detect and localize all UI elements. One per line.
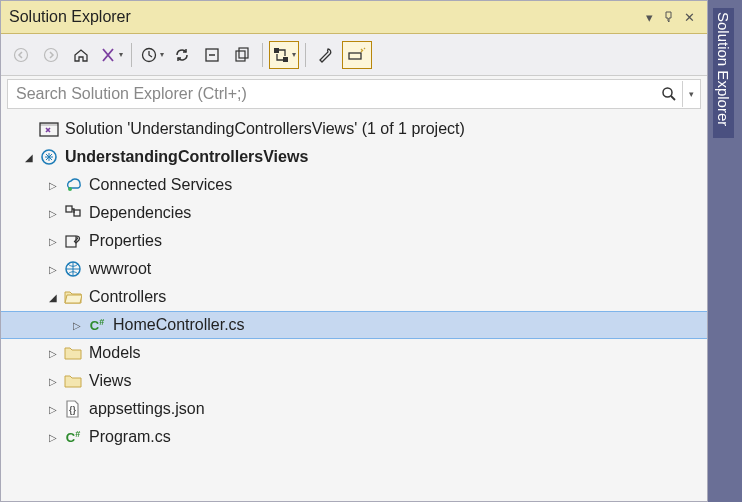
folder-open-icon — [63, 287, 83, 307]
controllers-folder-node[interactable]: ◢ Controllers — [1, 283, 707, 311]
node-label: appsettings.json — [89, 400, 205, 418]
folder-icon — [63, 371, 83, 391]
node-label: HomeController.cs — [113, 316, 245, 334]
expander-collapsed-icon[interactable]: ▷ — [45, 401, 61, 417]
search-icon[interactable] — [656, 81, 682, 107]
separator — [305, 43, 306, 67]
svg-rect-6 — [274, 48, 279, 53]
side-tab-solution-explorer[interactable]: Solution Explorer — [713, 8, 734, 138]
expander-collapsed-icon[interactable]: ▷ — [45, 345, 61, 361]
show-all-files-button[interactable] — [228, 41, 256, 69]
svg-rect-15 — [74, 210, 80, 216]
program-file-node[interactable]: ▷ C# Program.cs — [1, 423, 707, 451]
globe-icon — [63, 259, 83, 279]
autohide-button[interactable] — [659, 7, 679, 27]
csharp-file-icon: C# — [87, 315, 107, 335]
preview-selected-button[interactable]: ▾ — [269, 41, 299, 69]
svg-rect-11 — [40, 123, 58, 126]
svg-point-13 — [68, 187, 72, 191]
expander-collapsed-icon[interactable]: ▷ — [69, 317, 85, 333]
solution-node[interactable]: ▶ Solution 'UnderstandingControllersView… — [1, 115, 707, 143]
views-folder-node[interactable]: ▷ Views — [1, 367, 707, 395]
node-label: Program.cs — [89, 428, 171, 446]
forward-button[interactable] — [37, 41, 65, 69]
wrench-icon — [63, 231, 83, 251]
svg-point-0 — [15, 48, 28, 61]
expander-expanded-icon[interactable]: ◢ — [21, 149, 37, 165]
properties-node[interactable]: ▷ Properties — [1, 227, 707, 255]
separator — [262, 43, 263, 67]
svg-rect-14 — [66, 206, 72, 212]
node-label: UnderstandingControllersViews — [65, 148, 308, 166]
node-label: Controllers — [89, 288, 166, 306]
node-label: Views — [89, 372, 131, 390]
tree-view: ▶ Solution 'UnderstandingControllersView… — [1, 111, 707, 501]
svg-rect-5 — [239, 48, 248, 58]
collapse-all-button[interactable] — [198, 41, 226, 69]
panel-title: Solution Explorer — [9, 8, 639, 26]
separator — [131, 43, 132, 67]
svg-text:{}: {} — [69, 405, 77, 415]
svg-rect-8 — [349, 53, 361, 59]
back-button[interactable] — [7, 41, 35, 69]
search-bar: ▾ — [7, 79, 701, 109]
svg-point-9 — [663, 88, 672, 97]
expander-expanded-icon[interactable]: ◢ — [45, 289, 61, 305]
homecontroller-file-node[interactable]: ▷ C# HomeController.cs — [1, 311, 707, 339]
csharp-project-icon — [39, 147, 59, 167]
node-label: Solution 'UnderstandingControllersViews'… — [65, 120, 465, 138]
node-label: Properties — [89, 232, 162, 250]
properties-button[interactable] — [312, 41, 340, 69]
connected-services-node[interactable]: ▷ Connected Services — [1, 171, 707, 199]
home-button[interactable] — [67, 41, 95, 69]
expander-collapsed-icon[interactable]: ▷ — [45, 177, 61, 193]
svg-rect-7 — [283, 57, 288, 62]
toolbar: ▾ ▾ ▾ — [1, 34, 707, 76]
models-folder-node[interactable]: ▷ Models — [1, 339, 707, 367]
wwwroot-node[interactable]: ▷ wwwroot — [1, 255, 707, 283]
solution-icon — [39, 119, 59, 139]
pending-changes-button[interactable]: ▾ — [138, 41, 166, 69]
folder-icon — [63, 343, 83, 363]
expander-collapsed-icon[interactable]: ▷ — [45, 261, 61, 277]
json-file-icon: {} — [63, 399, 83, 419]
appsettings-file-node[interactable]: ▷ {} appsettings.json — [1, 395, 707, 423]
project-node[interactable]: ◢ UnderstandingControllersViews — [1, 143, 707, 171]
sync-button[interactable] — [168, 41, 196, 69]
expander-collapsed-icon[interactable]: ▷ — [45, 373, 61, 389]
chevron-down-icon: ▾ — [158, 50, 164, 59]
search-input[interactable] — [8, 85, 656, 103]
node-label: wwwroot — [89, 260, 151, 278]
view-code-button[interactable] — [342, 41, 372, 69]
connected-services-icon — [63, 175, 83, 195]
node-label: Models — [89, 344, 141, 362]
expander-collapsed-icon[interactable]: ▷ — [45, 205, 61, 221]
solution-explorer-panel: Solution Explorer ▾ ✕ ▾ ▾ — [0, 0, 708, 502]
csharp-file-icon: C# — [63, 427, 83, 447]
dependencies-node[interactable]: ▷ Dependencies — [1, 199, 707, 227]
svg-rect-4 — [236, 51, 245, 61]
side-tab-bar: Solution Explorer — [708, 0, 742, 502]
node-label: Connected Services — [89, 176, 232, 194]
window-position-button[interactable]: ▾ — [639, 7, 659, 27]
chevron-down-icon: ▾ — [290, 50, 296, 59]
expander-collapsed-icon[interactable]: ▷ — [45, 429, 61, 445]
svg-point-1 — [45, 48, 58, 61]
search-options-button[interactable]: ▾ — [682, 81, 700, 107]
expander-collapsed-icon[interactable]: ▷ — [45, 233, 61, 249]
titlebar: Solution Explorer ▾ ✕ — [1, 1, 707, 34]
chevron-down-icon: ▾ — [117, 50, 123, 59]
close-button[interactable]: ✕ — [679, 7, 699, 27]
switch-views-button[interactable]: ▾ — [97, 41, 125, 69]
dependencies-icon — [63, 203, 83, 223]
node-label: Dependencies — [89, 204, 191, 222]
